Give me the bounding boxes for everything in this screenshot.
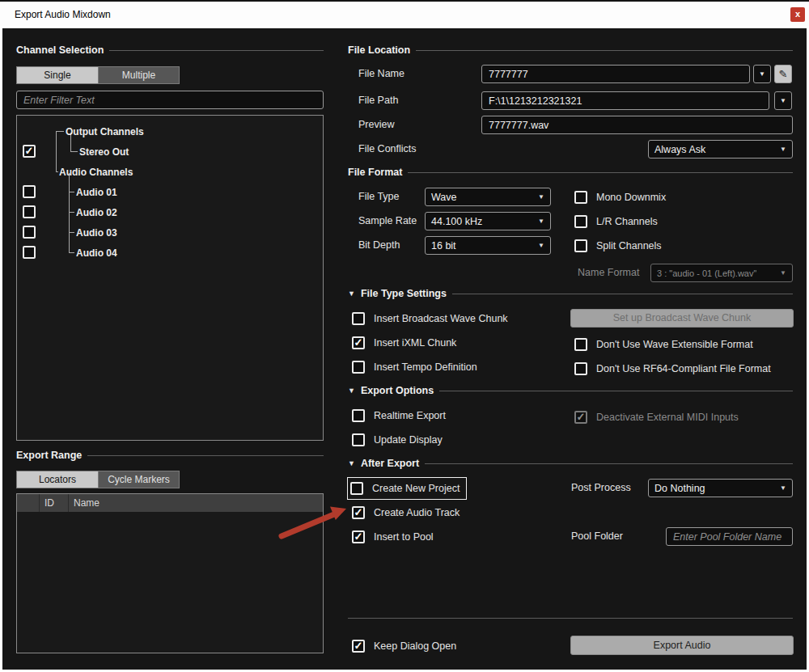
after-export-title: After Export [361,458,419,469]
file-path-label: File Path [358,91,398,110]
audio-03-checkbox[interactable] [23,226,36,239]
insert-tempo-definition-row: Insert Tempo Definition [352,359,477,375]
window-title: Export Audio Mixdown [15,9,111,20]
file-name-dropdown-button[interactable]: ▼ [753,65,771,83]
realtime-export-row: Realtime Export [352,408,446,424]
create-audio-track-label: Create Audio Track [374,507,460,518]
stereo-out-checkbox[interactable]: ✓ [23,145,36,158]
export-options-header[interactable]: ▼ Export Options [348,385,793,396]
post-process-label: Post Process [571,479,631,497]
file-type-settings-title: File Type Settings [361,288,447,299]
file-path-input[interactable] [481,91,769,110]
insert-broadcast-wave-chunk-row: Insert Broadcast Wave Chunk [352,311,508,327]
tab-single[interactable]: Single [17,67,98,83]
tree-item-output-channels[interactable]: Output Channels [66,126,144,137]
tree-line [69,232,74,233]
set-up-broadcast-wave-chunk-button: Set up Broadcast Wave Chunk [570,309,794,328]
file-path-dropdown-button[interactable]: ▼ [774,91,792,110]
title-bar: Export Audio Mixdown x [0,0,809,26]
update-display-checkbox[interactable] [352,433,365,446]
insert-ixml-chunk-label: Insert iXML Chunk [374,337,456,349]
file-conflicts-select[interactable]: Always Ask ▼ [648,140,793,158]
tree-item-audio-01[interactable]: Audio 01 [76,187,117,198]
divider [87,455,324,456]
tree-item-audio-03[interactable]: Audio 03 [76,227,117,239]
channel-selection-title: Channel Selection [16,44,104,56]
chevron-down-icon: ▼ [780,97,786,104]
audio-04-checkbox[interactable] [23,246,36,259]
chevron-down-icon: ▼ [780,146,786,153]
tree-line [70,151,78,152]
create-audio-track-checkbox[interactable]: ✓ [352,506,365,519]
tree-item-audio-channels[interactable]: Audio Channels [59,167,133,178]
tree-line [56,171,58,172]
tab-locators[interactable]: Locators [17,471,98,488]
mono-downmix-checkbox[interactable] [574,191,587,204]
table-header-blank [17,494,40,512]
file-type-settings-header[interactable]: ▼ File Type Settings [348,288,793,299]
export-range-header: Export Range [16,450,324,461]
tree-line [69,252,74,253]
dont-use-wave-extensible-checkbox[interactable] [574,338,587,351]
audio-02-checkbox[interactable] [23,205,36,218]
file-name-input[interactable] [481,65,750,83]
split-channels-checkbox[interactable] [574,239,587,252]
insert-broadcast-wave-chunk-checkbox[interactable] [352,312,365,325]
file-conflicts-value: Always Ask [654,144,705,155]
keep-dialog-open-checkbox[interactable]: ✓ [352,640,365,653]
export-audio-button[interactable]: Export Audio [570,636,794,655]
pool-folder-input[interactable] [666,527,793,546]
chevron-down-icon: ▼ [538,242,544,249]
dialog-body: Channel Selection Single Multiple Output… [2,28,807,670]
file-type-value: Wave [431,192,457,203]
tree-item-audio-02[interactable]: Audio 02 [76,207,117,218]
after-export-header[interactable]: ▼ After Export [348,458,793,469]
dont-use-rf64-checkbox[interactable] [574,362,587,375]
tab-multiple[interactable]: Multiple [98,67,179,83]
file-conflicts-label: File Conflicts [358,140,417,158]
chevron-down-icon: ▼ [538,193,544,201]
lr-channels-checkbox[interactable] [574,215,587,228]
realtime-export-checkbox[interactable] [352,409,365,422]
export-options-title: Export Options [361,385,434,396]
create-new-project-checkbox[interactable] [350,482,363,495]
insert-to-pool-label: Insert to Pool [374,531,434,543]
deactivate-external-midi-checkbox: ✓ [574,411,587,424]
mono-downmix-row: Mono Downmix [574,189,666,205]
file-location-header: File Location [348,44,793,56]
table-header: ID Name [17,494,323,512]
post-process-select[interactable]: Do Nothing ▼ [648,479,793,497]
insert-tempo-definition-checkbox[interactable] [352,361,365,374]
dont-use-rf64-row: Don't Use RF64-Compliant File Format [574,361,771,377]
insert-to-pool-checkbox[interactable]: ✓ [352,530,365,543]
sample-rate-select[interactable]: 44.100 kHz ▼ [425,212,551,230]
divider [452,294,793,294]
name-format-label: Name Format [578,264,639,282]
tree-line [69,192,74,192]
chevron-down-icon: ▼ [538,218,544,225]
dont-use-rf64-label: Don't Use RF64-Compliant File Format [596,363,771,374]
insert-ixml-chunk-row: ✓ Insert iXML Chunk [352,335,456,351]
split-channels-row: Split Channels [574,238,662,254]
tree-item-audio-04[interactable]: Audio 04 [76,247,117,259]
footer-divider [348,618,793,619]
tree-item-stereo-out[interactable]: Stereo Out [79,146,129,158]
name-format-value: 3 : "audio - 01 (Left).wav" [657,268,756,278]
audio-01-checkbox[interactable] [23,185,36,198]
pencil-icon: ✎ [779,68,788,80]
file-type-select[interactable]: Wave ▼ [425,188,551,206]
sample-rate-label: Sample Rate [358,212,417,230]
close-icon[interactable]: x [790,7,805,22]
insert-ixml-chunk-checkbox[interactable]: ✓ [352,336,365,349]
bit-depth-label: Bit Depth [358,236,400,255]
export-range-title: Export Range [16,450,82,461]
table-header-name[interactable]: Name [69,494,323,512]
file-name-edit-button[interactable]: ✎ [774,65,792,83]
dont-use-wave-extensible-label: Don't Use Wave Extensible Format [596,339,753,350]
filter-input[interactable] [16,91,324,109]
bit-depth-select[interactable]: 16 bit ▼ [425,236,551,255]
tab-cycle-markers[interactable]: Cycle Markers [98,471,179,488]
table-header-id[interactable]: ID [40,494,69,512]
export-range-tabs: Locators Cycle Markers [16,471,180,488]
lr-channels-label: L/R Channels [596,216,658,227]
